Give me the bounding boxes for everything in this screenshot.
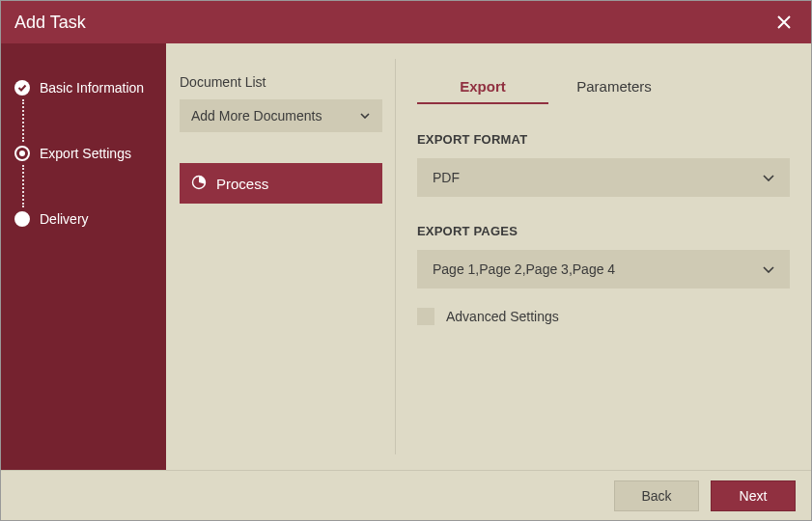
check-icon xyxy=(14,80,30,96)
step-label: Delivery xyxy=(40,211,89,227)
close-button[interactable] xyxy=(770,9,798,36)
next-button[interactable]: Next xyxy=(711,480,796,511)
titlebar: Add Task xyxy=(1,1,811,43)
chevron-down-icon xyxy=(763,172,774,183)
export-pages-label: EXPORT PAGES xyxy=(417,224,790,238)
chevron-down-icon xyxy=(359,110,371,122)
todo-step-icon xyxy=(14,211,30,227)
tab-label: Parameters xyxy=(576,78,652,95)
select-value: PDF xyxy=(433,170,460,185)
export-format-group: EXPORT FORMAT PDF xyxy=(417,132,790,197)
export-format-label: EXPORT FORMAT xyxy=(417,132,790,147)
wizard-steps-sidebar: Basic Information Export Settings Delive… xyxy=(1,43,166,470)
document-item-label: Process xyxy=(216,176,268,192)
dialog-title: Add Task xyxy=(14,13,86,33)
back-button[interactable]: Back xyxy=(614,480,699,511)
tab-parameters[interactable]: Parameters xyxy=(548,70,680,104)
pie-icon xyxy=(191,175,207,193)
step-label: Basic Information xyxy=(40,80,144,96)
step-connector xyxy=(1,165,166,207)
close-icon xyxy=(777,15,791,29)
advanced-settings-row: Advanced Settings xyxy=(417,308,790,325)
select-value: Page 1,Page 2,Page 3,Page 4 xyxy=(433,261,615,277)
dropdown-label: Add More Documents xyxy=(191,108,322,123)
add-more-documents-dropdown[interactable]: Add More Documents xyxy=(180,99,382,132)
step-connector xyxy=(1,99,166,142)
step-delivery[interactable]: Delivery xyxy=(1,207,166,231)
export-pages-select[interactable]: Page 1,Page 2,Page 3,Page 4 xyxy=(417,250,790,288)
export-format-select[interactable]: PDF xyxy=(417,158,790,197)
step-basic-information[interactable]: Basic Information xyxy=(1,76,166,99)
export-settings-panel: Export Parameters EXPORT FORMAT PDF xyxy=(396,43,811,470)
chevron-down-icon xyxy=(763,263,774,275)
document-list-panel: Document List Add More Documents Proces xyxy=(166,43,396,470)
step-export-settings[interactable]: Export Settings xyxy=(1,142,166,165)
tab-label: Export xyxy=(460,78,506,95)
export-pages-group: EXPORT PAGES Page 1,Page 2,Page 3,Page 4 xyxy=(417,224,790,288)
document-list-label: Document List xyxy=(180,74,382,90)
tabs: Export Parameters xyxy=(417,70,790,105)
dialog-body: Basic Information Export Settings Delive… xyxy=(1,43,811,470)
document-item-process[interactable]: Process xyxy=(180,163,382,204)
button-label: Back xyxy=(641,488,671,504)
add-task-dialog: Add Task Basic Information Export Settin… xyxy=(0,0,812,521)
tab-export[interactable]: Export xyxy=(417,70,548,104)
advanced-settings-checkbox[interactable] xyxy=(417,308,434,325)
step-label: Export Settings xyxy=(40,146,131,161)
main-panel: Document List Add More Documents Proces xyxy=(166,43,811,470)
current-step-icon xyxy=(14,146,30,161)
dialog-footer: Back Next xyxy=(1,470,811,520)
advanced-settings-label: Advanced Settings xyxy=(446,309,559,324)
button-label: Next xyxy=(740,488,768,504)
